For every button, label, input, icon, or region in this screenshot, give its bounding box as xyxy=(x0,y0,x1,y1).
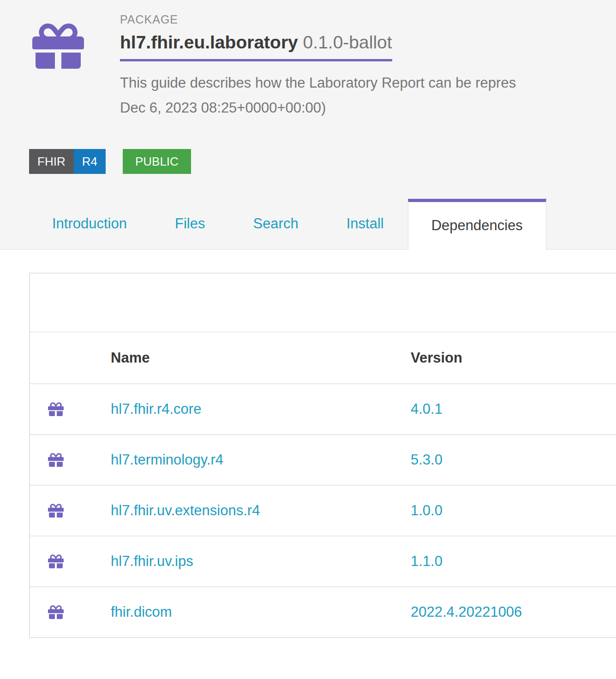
tab-files[interactable]: Files xyxy=(151,199,229,249)
dependency-name-link[interactable]: hl7.terminology.r4 xyxy=(111,452,223,468)
package-type-label: PACKAGE xyxy=(120,14,616,25)
column-header-version: Version xyxy=(411,350,616,366)
package-header: PACKAGE hl7.fhir.eu.laboratory 0.1.0-bal… xyxy=(0,0,616,250)
dependency-name-link[interactable]: hl7.fhir.r4.core xyxy=(111,401,201,417)
package-hero: PACKAGE hl7.fhir.eu.laboratory 0.1.0-bal… xyxy=(0,0,616,120)
dependency-version-link[interactable]: 2022.4.20221006 xyxy=(411,604,522,620)
package-name: hl7.fhir.eu.laboratory xyxy=(120,32,298,52)
public-badge: PUBLIC xyxy=(123,149,191,174)
gift-icon xyxy=(47,604,111,620)
table-row: hl7.terminology.r4 5.3.0 xyxy=(30,434,616,485)
package-description: This guide describes how the Laboratory … xyxy=(120,71,616,120)
table-row: fhir.dicom 2022.4.20221006 xyxy=(30,586,616,637)
dependency-version-link[interactable]: 4.0.1 xyxy=(411,401,443,417)
package-gift-icon xyxy=(29,20,87,72)
dependencies-table-header: Name Version xyxy=(30,333,616,383)
table-row: hl7.fhir.r4.core 4.0.1 xyxy=(30,383,616,434)
dependency-name-link[interactable]: hl7.fhir.uv.extensions.r4 xyxy=(111,502,260,518)
fhir-release-badge: R4 xyxy=(74,149,106,174)
package-tab-bar: Introduction Files Search Install Depend… xyxy=(0,199,616,250)
tab-dependencies[interactable]: Dependencies xyxy=(408,199,546,250)
gift-icon xyxy=(47,503,111,518)
dependencies-card-header xyxy=(30,274,616,333)
package-hero-text: PACKAGE hl7.fhir.eu.laboratory 0.1.0-bal… xyxy=(120,14,616,120)
tab-introduction[interactable]: Introduction xyxy=(28,199,151,249)
package-version: 0.1.0-ballot xyxy=(303,32,392,52)
dependency-version-link[interactable]: 1.1.0 xyxy=(411,553,443,569)
dependency-version-link[interactable]: 1.0.0 xyxy=(411,502,443,518)
table-row: hl7.fhir.uv.extensions.r4 1.0.0 xyxy=(30,485,616,536)
dependency-name-link[interactable]: hl7.fhir.uv.ips xyxy=(111,553,193,569)
badge-row: FHIR R4 PUBLIC xyxy=(29,149,616,174)
tab-search[interactable]: Search xyxy=(229,199,322,249)
tab-install[interactable]: Install xyxy=(323,199,408,249)
gift-icon xyxy=(47,401,111,417)
dependency-name-link[interactable]: fhir.dicom xyxy=(111,604,172,620)
package-description-line1: This guide describes how the Laboratory … xyxy=(120,71,616,95)
column-header-name: Name xyxy=(111,350,411,366)
package-title: hl7.fhir.eu.laboratory 0.1.0-ballot xyxy=(120,33,392,61)
fhir-badge: FHIR xyxy=(29,149,74,174)
gift-icon xyxy=(47,452,111,468)
gift-icon xyxy=(47,554,111,569)
table-row: hl7.fhir.uv.ips 1.1.0 xyxy=(30,536,616,586)
dependency-version-link[interactable]: 5.3.0 xyxy=(411,452,443,468)
dependencies-card: Name Version hl7.fhir.r4.core 4.0.1 hl7.… xyxy=(29,273,616,638)
package-description-line2: Dec 6, 2023 08:25+0000+00:00) xyxy=(120,95,616,120)
dependencies-panel: Name Version hl7.fhir.r4.core 4.0.1 hl7.… xyxy=(0,273,616,638)
